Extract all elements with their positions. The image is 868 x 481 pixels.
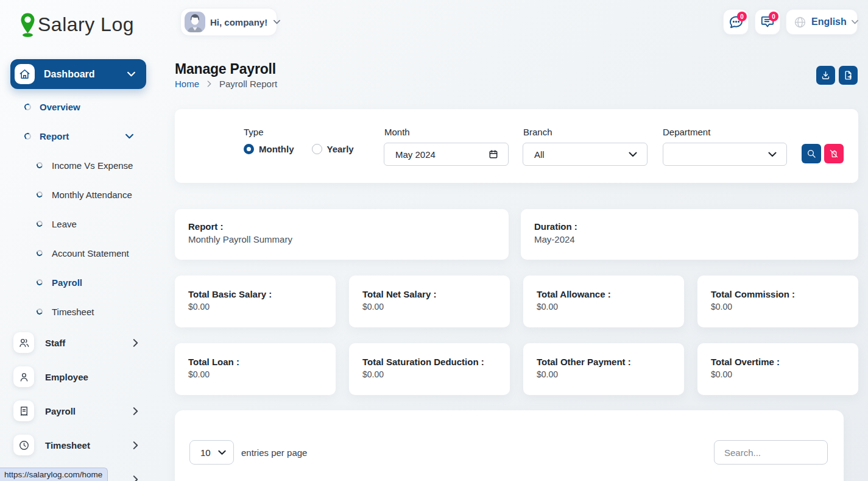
- month-label: Month: [384, 127, 410, 137]
- circle-icon: [36, 220, 44, 228]
- branch-value: All: [534, 149, 545, 160]
- circle-icon: [36, 249, 44, 257]
- logo-pin-icon: [19, 12, 36, 38]
- duration-value: May-2024: [534, 234, 575, 244]
- filter-card: Type Monthly Yearly Month May 2024 Branc…: [175, 109, 858, 183]
- sidebar-item-report[interactable]: Report: [0, 121, 155, 151]
- breadcrumb: Home Payroll Report: [175, 79, 277, 89]
- export-file-button[interactable]: [839, 66, 858, 85]
- chevron-right-icon: [133, 407, 138, 415]
- department-label: Department: [663, 127, 710, 137]
- chevron-right-icon: [133, 476, 138, 481]
- breadcrumb-current: Payroll Report: [219, 79, 277, 89]
- logo-text: Salary Log: [38, 13, 134, 36]
- total-commission-card: Total Commission : $0.00: [697, 276, 858, 327]
- sidebar-item-overview[interactable]: Overview: [0, 92, 155, 121]
- chevron-down-icon: [768, 152, 777, 157]
- chevron-down-icon: [127, 71, 135, 77]
- branch-label: Branch: [523, 127, 552, 137]
- monthly-radio[interactable]: [244, 144, 254, 154]
- entries-per-page-label: entries per page: [241, 447, 307, 458]
- download-button[interactable]: [816, 66, 835, 85]
- chevron-right-icon: [133, 441, 138, 449]
- search-button[interactable]: [802, 144, 821, 163]
- receipt-icon: [13, 401, 34, 421]
- sidebar-item-account-statement[interactable]: Account Statement: [0, 238, 155, 268]
- sidebar-item-payroll-report[interactable]: Payroll: [0, 268, 155, 297]
- type-radio-group: Monthly Yearly: [244, 144, 354, 154]
- circle-icon: [36, 279, 44, 287]
- circle-icon: [36, 191, 44, 199]
- chevron-down-icon: [218, 450, 226, 455]
- status-url-tooltip: https://salarylog.com/home: [0, 468, 108, 481]
- page-size-value: 10: [200, 447, 211, 458]
- department-select[interactable]: [663, 143, 787, 166]
- home-icon: [15, 64, 35, 84]
- yearly-radio[interactable]: [312, 144, 322, 154]
- table-card: 10 entries per page: [175, 410, 844, 481]
- sidebar-item-dashboard[interactable]: Dashboard: [10, 59, 146, 89]
- status-url-text: https://salarylog.com/home: [4, 470, 102, 479]
- chevron-down-icon: [629, 152, 637, 157]
- breadcrumb-home-link[interactable]: Home: [175, 79, 199, 89]
- report-card: Report : Monthly Payroll Summary: [175, 209, 509, 260]
- sidebar-item-leave[interactable]: Leave: [0, 209, 155, 238]
- report-label: Report :: [188, 221, 224, 232]
- sidebar-menu: Overview Report Income Vs Expense Monthl…: [0, 92, 155, 326]
- page-title: Manage Payroll: [175, 61, 276, 77]
- calendar-icon: [489, 149, 498, 159]
- sidebar-item-income-vs-expense[interactable]: Income Vs Expense: [0, 151, 155, 180]
- sidebar-item-timesheet[interactable]: Timesheet: [0, 428, 155, 462]
- total-net-salary-card: Total Net Salary : $0.00: [349, 276, 510, 327]
- report-value: Monthly Payroll Summary: [188, 234, 292, 244]
- total-basic-salary-card: Total Basic Salary : $0.00: [175, 276, 336, 327]
- sidebar-item-staff[interactable]: Staff: [0, 326, 155, 360]
- circle-icon: [36, 308, 44, 316]
- chevron-down-icon: [125, 134, 133, 139]
- app-logo[interactable]: Salary Log: [19, 12, 134, 38]
- search-icon: [806, 149, 816, 159]
- download-icon: [820, 70, 831, 80]
- total-overtime-card: Total Overtime : $0.00: [697, 343, 858, 395]
- main-content: Manage Payroll Home Payroll Report Type …: [175, 0, 858, 481]
- total-saturation-deduction-card: Total Saturation Deduction : $0.00: [349, 343, 510, 395]
- chevron-separator-icon: [207, 80, 211, 87]
- page-size-select[interactable]: 10: [189, 440, 234, 465]
- search-input[interactable]: [714, 440, 828, 465]
- circle-icon: [36, 162, 44, 169]
- month-input[interactable]: May 2024: [384, 143, 509, 166]
- reset-filter-button[interactable]: [824, 144, 844, 163]
- total-loan-card: Total Loan : $0.00: [175, 343, 336, 395]
- duration-label: Duration :: [534, 221, 577, 232]
- monthly-radio-label[interactable]: Monthly: [259, 144, 294, 154]
- file-export-icon: [843, 70, 853, 80]
- clock-icon: [13, 435, 34, 455]
- trash-slash-icon: [829, 149, 839, 159]
- type-label: Type: [244, 127, 264, 137]
- chevron-right-icon: [133, 339, 138, 347]
- user-icon: [13, 366, 34, 387]
- duration-card: Duration : May-2024: [521, 209, 858, 260]
- branch-select[interactable]: All: [523, 143, 647, 166]
- circle-icon: [24, 132, 32, 140]
- yearly-radio-label[interactable]: Yearly: [327, 144, 354, 154]
- sidebar-item-monthly-attendance[interactable]: Monthly Attendance: [0, 180, 155, 209]
- total-other-payment-card: Total Other Payment : $0.00: [523, 343, 684, 395]
- sidebar-item-employee[interactable]: Employee: [0, 360, 155, 394]
- users-icon: [13, 332, 34, 353]
- sidebar-item-payroll[interactable]: Payroll: [0, 394, 155, 428]
- total-allowance-card: Total Allowance : $0.00: [523, 276, 684, 327]
- sidebar-item-label: Dashboard: [44, 69, 95, 80]
- month-value: May 2024: [395, 149, 436, 160]
- circle-icon: [24, 102, 32, 110]
- sidebar-item-timesheet-report[interactable]: Timesheet: [0, 297, 155, 326]
